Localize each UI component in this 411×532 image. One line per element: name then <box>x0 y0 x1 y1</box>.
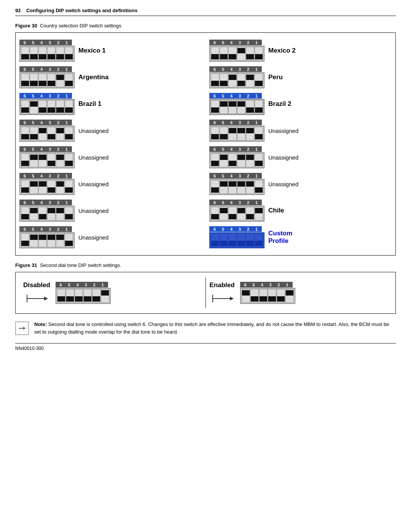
dip-switch-mexico1: 6 5 4 3 2 1 <box>19 40 75 62</box>
dip-switch-brazil1: 6 5 4 3 2 1 <box>19 93 75 115</box>
list-item: 6 5 4 3 2 1 Unassigned <box>209 145 392 170</box>
svg-marker-7 <box>23 327 25 330</box>
dip-switch-ua2l: 6 5 4 3 2 1 <box>19 146 75 168</box>
list-item: 6 5 4 3 2 1 Brazil 2 <box>209 91 392 117</box>
label-brazil2: Brazil 2 <box>268 100 291 108</box>
list-item: 6 5 4 3 2 1 Unassigned <box>19 198 202 223</box>
label-custom-profile: CustomProfile <box>268 230 292 245</box>
doc-number: NN40010-300 <box>15 346 44 351</box>
dip-switch-ua3r: 6 5 4 3 2 1 <box>209 173 264 195</box>
dip-switch-chile: 6 5 4 3 2 1 <box>209 200 264 222</box>
dial-divider <box>206 278 206 308</box>
dip-switch-peru: 6 5 4 3 2 1 <box>209 66 264 88</box>
list-item: 6 5 4 3 2 1 CustomProfile <box>209 225 392 250</box>
label-argentina: Argentina <box>78 73 108 81</box>
dip-switch-mexico2: 6 5 4 3 2 1 <box>209 40 264 62</box>
list-item: 6 5 4 3 2 1 Unassigned <box>209 171 392 197</box>
dip-switch-enabled: 6 5 4 3 2 1 <box>240 282 295 304</box>
dip-switch-ua4l: 6 5 4 3 2 1 <box>19 200 75 222</box>
figure31-caption: Figure 31 Second dial tone DIP switch se… <box>15 262 396 268</box>
label-mexico1: Mexico 1 <box>78 47 106 54</box>
list-item: 6 5 4 3 2 1 Mexico 1 <box>19 38 202 63</box>
label-peru: Peru <box>268 73 283 81</box>
figure30-caption: Figure 30 Country selection DIP switch s… <box>15 23 396 29</box>
dip-switch-argentina: 6 5 4 3 2 1 <box>19 66 75 88</box>
enabled-arrow-icon <box>211 293 234 304</box>
list-item: 6 5 4 3 2 1 Peru <box>209 65 392 90</box>
label-unassigned2l: Unassigned <box>78 154 108 161</box>
list-item: 6 5 4 3 2 1 Mexico 2 <box>209 38 392 63</box>
svg-marker-1 <box>44 297 48 300</box>
list-item: 6 5 4 3 2 1 Unassigned <box>209 118 392 143</box>
enabled-label: Enabled <box>210 281 235 289</box>
page-footer: NN40010-300 <box>15 343 396 351</box>
page-header: 92 Configuring DIP switch settings and d… <box>15 8 396 16</box>
list-item: 6 5 4 3 2 1 Argentina <box>19 65 202 90</box>
label-mexico2: Mexico 2 <box>268 47 296 54</box>
note-arrow-icon <box>15 321 29 335</box>
dip-switch-ua5l: 6 5 4 3 2 1 <box>19 226 75 248</box>
label-unassigned3r: Unassigned <box>268 181 298 187</box>
dip-switch-ua2r: 6 5 4 3 2 1 <box>209 146 264 168</box>
dip-switch-custom: 6 5 4 3 2 1 <box>209 226 264 248</box>
disabled-section: Disabled 6 5 4 3 2 1 <box>23 281 202 304</box>
disabled-arrow-icon <box>25 293 48 304</box>
dip-switch-ua1r: 6 5 4 3 2 1 <box>209 120 264 142</box>
dip-grid: 6 5 4 3 2 1 Mexico 1 <box>19 38 392 250</box>
list-item: 6 5 4 3 2 1 Unassigned <box>19 118 202 143</box>
figure30-box: 6 5 4 3 2 1 Mexico 1 <box>15 32 396 256</box>
dip-switch-brazil2: 6 5 4 3 2 1 <box>209 93 264 115</box>
dip-switch-disabled: 6 5 4 3 2 1 <box>56 282 111 304</box>
page-number: 92 Configuring DIP switch settings and d… <box>15 8 137 13</box>
dip-switch-ua3l: 6 5 4 3 2 1 <box>19 173 75 195</box>
label-unassigned2r: Unassigned <box>268 154 298 161</box>
note-text: Note: Second dial tone is controlled usi… <box>34 321 396 335</box>
label-chile: Chile <box>268 207 284 214</box>
list-item: 6 5 4 3 2 1 Unassigned <box>19 225 202 250</box>
label-unassigned1r: Unassigned <box>268 128 298 134</box>
note-box: Note: Second dial tone is controlled usi… <box>15 321 396 335</box>
list-item: 6 5 4 3 2 1 Unassigned <box>19 145 202 170</box>
label-unassigned1l: Unassigned <box>78 128 108 134</box>
list-item: 6 5 4 3 2 1 Unassigned <box>19 171 202 197</box>
svg-marker-4 <box>230 297 234 300</box>
label-brazil1: Brazil 1 <box>78 100 101 108</box>
dip-switch-ua1l: 6 5 4 3 2 1 <box>19 120 75 142</box>
label-unassigned5l: Unassigned <box>78 234 108 241</box>
label-unassigned3l: Unassigned <box>78 181 108 187</box>
disabled-label: Disabled <box>23 281 50 289</box>
figure31-box: Disabled 6 5 4 3 2 1 <box>15 272 396 314</box>
label-unassigned4l: Unassigned <box>78 208 108 214</box>
list-item: 6 5 4 3 2 1 Brazil 1 <box>19 91 202 117</box>
enabled-section: Enabled 6 5 4 3 2 1 <box>210 281 388 304</box>
list-item: 6 5 4 3 2 1 Chile <box>209 198 392 223</box>
